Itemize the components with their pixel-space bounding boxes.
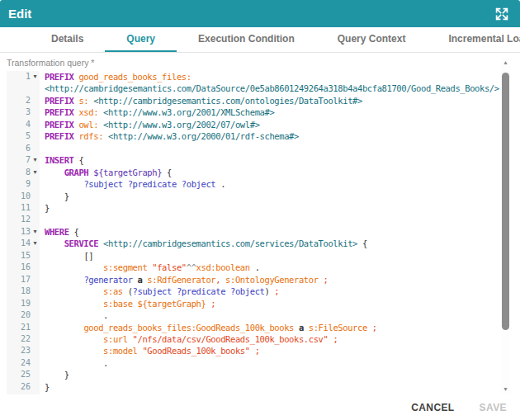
gutter: 13▾ [7, 226, 40, 238]
tab-details[interactable]: Details [30, 27, 105, 52]
gutter: 15 [7, 250, 40, 262]
gutter: 24 [7, 357, 40, 369]
code-text[interactable]: GRAPH ${targetGraph} { [40, 167, 510, 178]
code-lines: 1▾PREFIX good_reads_books_files:<http://… [7, 71, 510, 393]
code-text[interactable]: . [40, 357, 510, 369]
code-line[interactable]: 5PREFIX rdfs: <http://www.w3.org/2000/01… [7, 130, 510, 142]
code-text[interactable] [40, 143, 510, 154]
line-number: 2 [26, 95, 31, 106]
dialog-header: Edit [0, 0, 520, 27]
transformation-query-editor[interactable]: 1▾PREFIX good_reads_books_files:<http://… [7, 71, 510, 394]
editor-vertical-scrollbar[interactable]: ▲ ▼ [501, 58, 510, 394]
code-text[interactable]: PREFIX xsd: <http://www.w3.org/2001/XMLS… [40, 106, 510, 118]
fold-arrow-icon[interactable]: ▾ [31, 167, 40, 178]
code-line[interactable]: 18 s:as (?subject ?predicate ?object) ; [7, 286, 510, 297]
gutter: 25 [7, 369, 40, 380]
code-line[interactable]: 1▾PREFIX good_reads_books_files:<http://… [7, 71, 510, 95]
gutter: 4 [7, 119, 40, 130]
code-text[interactable]: s:as (?subject ?predicate ?object) ; [40, 286, 510, 297]
gutter: 17 [7, 274, 40, 286]
gutter: 7▾ [7, 154, 40, 166]
gutter: 6 [7, 143, 40, 154]
scrollbar-up-arrow-icon[interactable]: ▲ [501, 58, 510, 67]
code-line[interactable]: 20 . [7, 309, 510, 321]
code-line[interactable]: 26} [7, 381, 510, 393]
code-line[interactable]: 8▾ GRAPH ${targetGraph} { [7, 167, 510, 178]
code-text[interactable]: . [40, 309, 510, 321]
scrollbar-down-arrow-icon[interactable]: ▼ [501, 385, 510, 394]
transformation-query-label: Transformation query * [7, 58, 94, 68]
gutter: 23 [7, 345, 40, 356]
gutter: 26 [7, 381, 40, 393]
gutter: 8▾ [7, 167, 40, 178]
code-line[interactable]: 17 ?generator a s:RdfGenerator, s:Ontolo… [7, 274, 510, 286]
line-number: 6 [26, 143, 31, 154]
code-line[interactable]: 2PREFIX s: <http://cambridgesemantics.co… [7, 95, 510, 106]
line-number: 9 [26, 178, 31, 190]
line-number: 3 [26, 106, 31, 118]
code-text[interactable]: PREFIX good_reads_books_files:<http://ca… [40, 71, 510, 95]
code-text[interactable]: } [40, 381, 510, 393]
code-text[interactable]: } [40, 202, 510, 214]
gutter: 1▾ [7, 71, 40, 95]
code-text[interactable]: WHERE { [40, 226, 510, 238]
code-text[interactable]: PREFIX s: <http://cambridgesemantics.com… [40, 95, 510, 106]
expand-fullscreen-icon[interactable] [494, 7, 509, 21]
fold-arrow-icon[interactable]: ▾ [31, 71, 40, 83]
gutter: 20 [7, 309, 40, 321]
line-number: 22 [21, 333, 31, 345]
save-button[interactable]: SAVE [480, 402, 507, 413]
code-line[interactable]: 16 s:segment "false"^^xsd:boolean . [7, 262, 510, 273]
code-line[interactable]: 4PREFIX owl: <http://www.w3.org/2002/07/… [7, 119, 510, 130]
tab-incremental-load[interactable]: Incremental Load [427, 27, 520, 52]
code-text[interactable]: PREFIX owl: <http://www.w3.org/2002/07/o… [40, 119, 510, 130]
tab-query-context[interactable]: Query Context [316, 27, 428, 52]
code-text[interactable]: PREFIX rdfs: <http://www.w3.org/2000/01/… [40, 130, 510, 142]
code-text[interactable]: ?generator a s:RdfGenerator, s:OntologyG… [40, 274, 510, 286]
code-text[interactable]: good_reads_books_files:GoodReads_100k_bo… [40, 322, 510, 333]
line-number: 21 [21, 322, 31, 333]
code-line[interactable]: 12 [7, 214, 510, 225]
line-number: 20 [21, 309, 31, 321]
code-line[interactable]: 14▾ SERVICE <http://cambridgesemantics.c… [7, 238, 510, 249]
gutter: 11 [7, 202, 40, 214]
code-line[interactable]: 9 ?subject ?predicate ?object . [7, 178, 510, 190]
code-text[interactable]: [] [40, 250, 510, 262]
code-line[interactable]: 19 s:base ${targetGraph} ; [7, 298, 510, 309]
fold-arrow-icon[interactable]: ▾ [31, 238, 40, 249]
code-text[interactable]: s:base ${targetGraph} ; [40, 298, 510, 309]
code-line[interactable]: 10 } [7, 191, 510, 202]
code-text[interactable]: s:url "/nfs/data/csv/GoodReads_100k_book… [40, 333, 510, 345]
code-line[interactable]: 6 [7, 143, 510, 154]
code-line[interactable]: 15 [] [7, 250, 510, 262]
code-line[interactable]: 21 good_reads_books_files:GoodReads_100k… [7, 322, 510, 333]
code-text[interactable]: } [40, 191, 510, 202]
dialog-title: Edit [8, 7, 494, 21]
gutter: 3 [7, 106, 40, 118]
fold-arrow-icon[interactable]: ▾ [31, 226, 40, 238]
code-line[interactable]: 24 . [7, 357, 510, 369]
code-text[interactable]: s:segment "false"^^xsd:boolean . [40, 262, 510, 273]
code-line[interactable]: 22 s:url "/nfs/data/csv/GoodReads_100k_b… [7, 333, 510, 345]
code-text[interactable]: ?subject ?predicate ?object . [40, 178, 510, 190]
tab-execution-condition[interactable]: Execution Condition [177, 27, 316, 52]
tab-query[interactable]: Query [105, 27, 177, 52]
scrollbar-thumb[interactable] [502, 73, 509, 330]
code-text[interactable]: INSERT { [40, 154, 510, 166]
code-text[interactable]: s:model "GoodReads_100k_books" ; [40, 345, 510, 356]
gutter: 19 [7, 298, 40, 309]
line-number: 18 [21, 286, 31, 297]
gutter: 21 [7, 322, 40, 333]
code-line[interactable]: 23 s:model "GoodReads_100k_books" ; [7, 345, 510, 356]
code-text[interactable]: } [40, 369, 510, 380]
code-line[interactable]: 13▾WHERE { [7, 226, 510, 238]
cancel-button[interactable]: CANCEL [411, 402, 454, 413]
code-line[interactable]: 25 } [7, 369, 510, 380]
code-line[interactable]: 3PREFIX xsd: <http://www.w3.org/2001/XML… [7, 106, 510, 118]
line-number: 10 [21, 191, 31, 202]
fold-arrow-icon[interactable]: ▾ [31, 154, 40, 166]
code-text[interactable]: SERVICE <http://cambridgesemantics.com/s… [40, 238, 510, 249]
code-line[interactable]: 7▾INSERT { [7, 154, 510, 166]
code-text[interactable] [40, 214, 510, 225]
code-line[interactable]: 11} [7, 202, 510, 214]
